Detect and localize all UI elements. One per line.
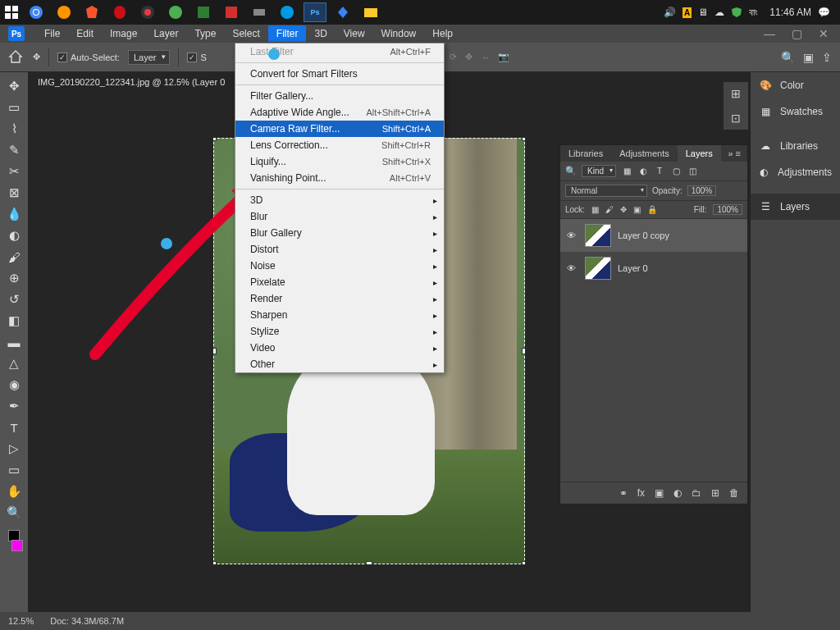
layer-mask-icon[interactable]: ▣: [655, 487, 664, 499]
frame-tool-icon[interactable]: ⊠: [3, 184, 25, 202]
move-icon[interactable]: ✥: [33, 52, 40, 62]
properties-icon[interactable]: ⊞: [731, 87, 741, 100]
filter-item-lens-correction-[interactable]: Lens Correction...Shift+Ctrl+R: [235, 137, 444, 153]
panel-tab-layers[interactable]: ☰Layers: [751, 194, 840, 220]
layer-visibility-icon[interactable]: 👁: [567, 263, 578, 273]
layer-thumbnail[interactable]: [585, 224, 611, 247]
panel-tab-swatches[interactable]: ▦Swatches: [751, 98, 840, 125]
pen-tool-icon[interactable]: ✒: [3, 397, 25, 415]
menu-type[interactable]: Type: [186, 25, 224, 42]
stamp-tool-icon[interactable]: ⊕: [3, 269, 25, 287]
menu-help[interactable]: Help: [424, 25, 461, 42]
lock-artboard-icon[interactable]: ▣: [633, 205, 641, 214]
action-center-icon[interactable]: 💬: [818, 7, 830, 18]
adjustment-layer-icon[interactable]: ◐: [673, 487, 682, 499]
panel-tab-color[interactable]: 🎨Color: [751, 72, 840, 98]
layer-fx-icon[interactable]: fx: [637, 487, 645, 499]
app-icon-4[interactable]: [220, 2, 243, 22]
lasso-tool-icon[interactable]: ⌇: [3, 120, 25, 138]
filter-item-3d[interactable]: 3D: [235, 192, 444, 208]
zoom-level[interactable]: 12.5%: [8, 616, 34, 626]
menu-file[interactable]: File: [36, 25, 68, 42]
menu-edit[interactable]: Edit: [68, 25, 102, 42]
menu-image[interactable]: Image: [102, 25, 145, 42]
layer-kind-filter[interactable]: Kind: [582, 165, 616, 177]
move-tool-icon[interactable]: ✥: [3, 77, 25, 95]
tray-icon-a[interactable]: A: [682, 7, 692, 18]
filter-item-filter-gallery-[interactable]: Filter Gallery...: [235, 88, 444, 104]
imo-icon[interactable]: [276, 2, 299, 22]
home-icon[interactable]: [8, 49, 25, 66]
layer-select-dropdown[interactable]: Layer: [128, 50, 171, 65]
filter-pixel-icon[interactable]: ▦: [621, 167, 632, 176]
group-icon[interactable]: 🗀: [692, 487, 701, 499]
eraser-tool-icon[interactable]: ◧: [3, 312, 25, 330]
dodge-tool-icon[interactable]: ◉: [3, 376, 25, 394]
filter-item-sharpen[interactable]: Sharpen: [235, 307, 444, 323]
lock-all-icon[interactable]: 🔒: [647, 205, 657, 214]
filter-item-noise[interactable]: Noise: [235, 258, 444, 274]
filter-item-pixelate[interactable]: Pixelate: [235, 274, 444, 290]
layer-thumbnail[interactable]: [585, 257, 611, 280]
layers-tab-adjustments[interactable]: Adjustments: [611, 145, 678, 162]
filter-item-vanishing-point-[interactable]: Vanishing Point...Alt+Ctrl+V: [235, 170, 444, 186]
share-icon[interactable]: ⇪: [822, 51, 832, 64]
start-icon[interactable]: [3, 4, 20, 21]
hand-tool-icon[interactable]: ✋: [3, 482, 25, 500]
auto-select-checkbox[interactable]: ✓ Auto-Select:: [57, 52, 120, 62]
menu-select[interactable]: Select: [224, 25, 267, 42]
filter-type-icon[interactable]: T: [654, 167, 665, 176]
layers-tab-layers[interactable]: Layers: [678, 145, 721, 162]
layers-tab-libraries[interactable]: Libraries: [560, 145, 611, 162]
show-transform-checkbox[interactable]: ✓ S: [187, 52, 206, 62]
quick-select-tool-icon[interactable]: ✎: [3, 141, 25, 159]
explorer-icon[interactable]: [359, 2, 382, 22]
chrome-icon[interactable]: [25, 2, 48, 22]
filter-item-blur-gallery[interactable]: Blur Gallery: [235, 225, 444, 241]
filter-item-convert-for-smart-filters[interactable]: Convert for Smart Filters: [235, 66, 444, 82]
tray-language[interactable]: বাং: [749, 7, 758, 18]
brush-tool-icon[interactable]: 🖌: [3, 248, 25, 266]
lock-position-icon[interactable]: ✥: [620, 205, 627, 214]
arrange-icon[interactable]: ▣: [803, 51, 814, 64]
filter-item-last-filter[interactable]: Last FilterAlt+Ctrl+F: [235, 43, 444, 60]
opacity-value[interactable]: 100%: [687, 185, 717, 196]
lock-transparency-icon[interactable]: ▦: [591, 205, 599, 214]
firefox-icon[interactable]: [52, 2, 75, 22]
3d-camera-icon[interactable]: 📷: [498, 52, 509, 62]
eyedropper-tool-icon[interactable]: 💧: [3, 205, 25, 223]
opera-icon[interactable]: [108, 2, 131, 22]
app-icon-1[interactable]: [136, 2, 159, 22]
search-icon[interactable]: 🔍: [781, 51, 795, 64]
marquee-tool-icon[interactable]: ▭: [3, 98, 25, 116]
new-layer-icon[interactable]: ⊞: [711, 487, 719, 499]
tray-clock[interactable]: 11:46 AM: [769, 7, 811, 18]
panel-icon[interactable]: ⊡: [731, 112, 741, 125]
crop-tool-icon[interactable]: ✂: [3, 162, 25, 180]
filter-item-render[interactable]: Render: [235, 290, 444, 307]
3d-pan-icon[interactable]: ✥: [465, 52, 472, 62]
minimize-icon[interactable]: ―: [764, 27, 775, 40]
filter-adjust-icon[interactable]: ◐: [637, 167, 649, 176]
layer-row[interactable]: 👁Layer 0 copy: [560, 219, 747, 252]
brave-icon[interactable]: [80, 2, 103, 22]
doc-size[interactable]: Doc: 34.3M/68.7M: [50, 616, 124, 626]
filter-item-liquify-[interactable]: Liquify...Shift+Ctrl+X: [235, 153, 444, 170]
3d-orbit-icon[interactable]: ⟳: [450, 52, 457, 62]
path-select-tool-icon[interactable]: ▷: [3, 440, 25, 458]
filter-item-distort[interactable]: Distort: [235, 241, 444, 258]
filter-item-camera-raw-filter-[interactable]: Camera Raw Filter...Shift+Ctrl+A: [235, 121, 444, 137]
panel-tab-libraries[interactable]: ☁Libraries: [751, 133, 840, 159]
filter-item-stylize[interactable]: Stylize: [235, 323, 444, 340]
filter-smart-icon[interactable]: ◫: [687, 167, 698, 176]
app-icon-6[interactable]: [331, 2, 354, 22]
healing-tool-icon[interactable]: ◐: [3, 226, 25, 244]
history-brush-tool-icon[interactable]: ↺: [3, 290, 25, 308]
maximize-icon[interactable]: ▢: [792, 27, 802, 40]
menu-3d[interactable]: 3D: [306, 25, 335, 42]
fill-value[interactable]: 100%: [713, 204, 742, 215]
background-swatch[interactable]: [11, 540, 23, 551]
gradient-tool-icon[interactable]: ▬: [3, 333, 25, 351]
layer-row[interactable]: 👁Layer 0: [560, 252, 747, 285]
lock-brush-icon[interactable]: 🖌: [605, 205, 614, 214]
